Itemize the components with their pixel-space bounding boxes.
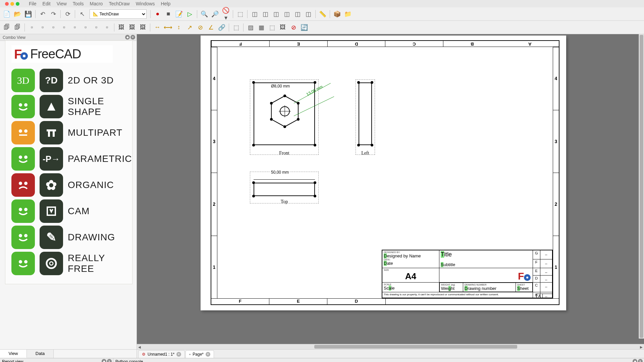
tab-page[interactable]: ▫Page*✕	[185, 350, 214, 358]
panel-expand-icon[interactable]: ◆	[633, 359, 637, 362]
view-bottom-button[interactable]: ◫	[292, 9, 303, 19]
refresh-button[interactable]: ⟳	[63, 9, 73, 19]
tb-weight[interactable]: Weight	[441, 286, 454, 291]
macro-stop-button[interactable]: ■	[163, 9, 173, 19]
save-button[interactable]: 💾	[23, 9, 33, 19]
clip-rem-button[interactable]: 🖽	[138, 22, 148, 33]
redo-button[interactable]: ↷	[48, 9, 58, 19]
menu-edit[interactable]: Edit	[43, 1, 51, 6]
hatch-button[interactable]: ▨	[246, 22, 256, 33]
canvas-viewport[interactable]: FEDCBA 1234 1234 FED	[137, 34, 644, 344]
new-button[interactable]: 📄	[2, 9, 12, 19]
panel-expand-icon[interactable]: ◆	[125, 35, 130, 40]
dim-diag[interactable]: 13,00 mm	[294, 83, 337, 117]
menu-macro[interactable]: Macro	[90, 1, 103, 6]
toggle-button[interactable]: ⊘	[288, 22, 299, 33]
vertical-scrollbar[interactable]	[639, 34, 644, 339]
redraw-button[interactable]: 🔄	[299, 22, 309, 33]
insert-view-button[interactable]: ▫	[27, 22, 37, 33]
open-button[interactable]: 📂	[12, 9, 22, 19]
dim-width[interactable]: 50,00 mm	[270, 170, 289, 175]
tb-title[interactable]: Title	[441, 251, 452, 258]
menu-file[interactable]: File	[29, 1, 37, 6]
zoom-button[interactable]: 🔎	[210, 9, 220, 19]
view-front-button[interactable]: ◫	[250, 9, 260, 19]
macro-record-button[interactable]: ●	[153, 9, 163, 19]
spreadsheet-button[interactable]: ▫	[102, 22, 112, 33]
close-icon[interactable]: ✕	[176, 352, 181, 357]
macro-edit-button[interactable]: 📝	[174, 9, 184, 19]
opensource-icon	[40, 252, 63, 275]
dim-vert-button[interactable]: ↕	[174, 22, 184, 33]
undo-button[interactable]: ↶	[38, 9, 48, 19]
group-button[interactable]: 📁	[343, 9, 353, 19]
new-page-button[interactable]: 🗐	[2, 22, 12, 33]
panel-close-icon[interactable]: ✕	[130, 35, 135, 40]
view-left-button[interactable]: ◫	[303, 9, 313, 19]
fit-button[interactable]: 🔍	[199, 9, 209, 19]
feature-overlay: F FreeCAD 3D ?D 2D OR 3D SINGLE SHAPE	[5, 40, 132, 284]
horizontal-scrollbar[interactable]: ◀ ▶	[137, 344, 644, 349]
whatsthis-button[interactable]: ↖	[77, 9, 87, 19]
detail-button[interactable]: ▫	[59, 22, 69, 33]
measure-button[interactable]: 📏	[318, 9, 328, 19]
arch-view-button[interactable]: ▫	[91, 22, 101, 33]
panel-close-icon[interactable]: ✕	[107, 359, 112, 362]
minimize-icon[interactable]	[10, 2, 14, 6]
tab-view[interactable]: View	[0, 350, 27, 358]
view-front[interactable]: Ø8,00 mm 13,00 mm Front	[250, 79, 319, 155]
dim-length-button[interactable]: ↔	[152, 22, 162, 33]
tb-scale[interactable]: Scale	[384, 286, 395, 291]
svg-point-28	[283, 95, 286, 97]
tb-drawnum[interactable]: Drawing number	[465, 286, 496, 291]
view-top-button[interactable]: ◫	[260, 9, 270, 19]
tab-data[interactable]: Data	[27, 350, 54, 358]
clip-button[interactable]: 🖽	[116, 22, 126, 33]
workbench-select[interactable]: 📐 TechDraw	[90, 9, 147, 19]
menu-tools[interactable]: Tools	[73, 1, 84, 6]
menu-techdraw[interactable]: TechDraw	[109, 1, 129, 6]
drawstyle-button[interactable]: 🚫▾	[221, 9, 231, 19]
tb-designed-by[interactable]: Designed by Name	[384, 253, 421, 258]
dim-diameter[interactable]: Ø8,00 mm	[270, 84, 290, 88]
view-top[interactable]: 50,00 mm Top	[250, 172, 319, 203]
tb-subtitle[interactable]: Subtitle	[441, 262, 455, 267]
menu-windows[interactable]: Windows	[136, 1, 155, 6]
new-page-template-button[interactable]: 🗐	[12, 22, 22, 33]
export-svg-button[interactable]: ⬚	[231, 22, 241, 33]
view-right-button[interactable]: ◫	[271, 9, 281, 19]
tb-footer: This drawing is our property; it can't b…	[382, 292, 533, 298]
dim-diameter-button[interactable]: ⊘	[195, 22, 205, 33]
close-icon[interactable]: ✕	[206, 352, 210, 357]
dim-radius-button[interactable]: ↗	[184, 22, 195, 33]
panel-close-icon[interactable]: ✕	[638, 359, 643, 362]
part-button[interactable]: 📦	[332, 9, 342, 19]
panel-expand-icon[interactable]: ◆	[102, 359, 106, 362]
symbol-button[interactable]: ⬚	[267, 22, 277, 33]
svg-point-33	[270, 102, 273, 105]
combo-view-title: Combo View	[3, 35, 25, 40]
view-rear-button[interactable]: ◫	[282, 9, 292, 19]
menu-view[interactable]: View	[57, 1, 67, 6]
section-button[interactable]: ▫	[48, 22, 58, 33]
macro-run-button[interactable]: ▷	[185, 9, 195, 19]
proj-group-button[interactable]: ▫	[38, 22, 48, 33]
svg-point-3	[19, 103, 22, 107]
image-button[interactable]: 🖼	[278, 22, 288, 33]
view-left[interactable]: Left	[356, 79, 375, 155]
dim-horiz-button[interactable]: ⟷	[163, 22, 173, 33]
tb-date[interactable]: Date	[384, 261, 393, 266]
annotation-button[interactable]: ▫	[70, 22, 80, 33]
iso-button[interactable]: ⬚	[235, 9, 245, 19]
menu-help[interactable]: Help	[161, 1, 170, 6]
clip-add-button[interactable]: 🖽	[127, 22, 137, 33]
close-icon[interactable]	[5, 2, 9, 6]
tab-unnamed[interactable]: ⚙Unnamed1 : 1*✕	[138, 350, 185, 358]
drawing-sheet: FEDCBA 1234 1234 FED	[201, 36, 566, 310]
geom-hatch-button[interactable]: ▦	[256, 22, 266, 33]
tb-sheet[interactable]: Sheet	[517, 286, 529, 291]
dim-angle-button[interactable]: ∠	[206, 22, 216, 33]
draft-view-button[interactable]: ▫	[80, 22, 91, 33]
zoom-icon[interactable]	[16, 2, 19, 6]
dim-link-button[interactable]: 🔗	[217, 22, 227, 33]
